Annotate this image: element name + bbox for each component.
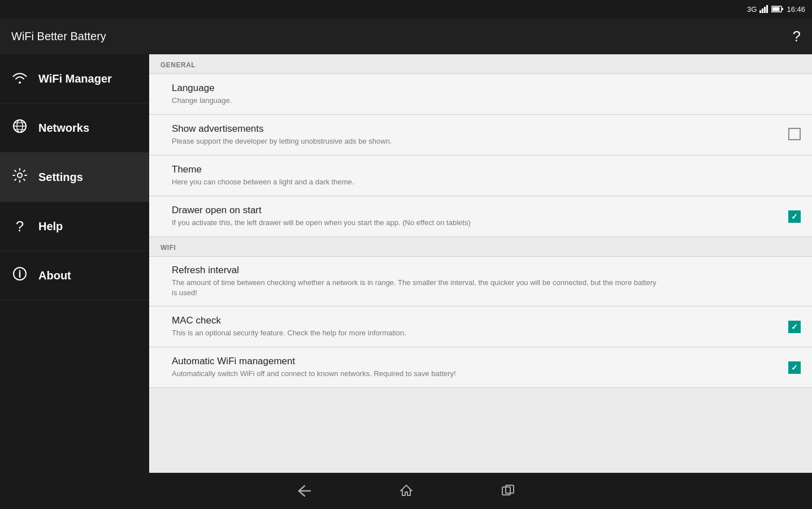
- svg-rect-5: [782, 8, 784, 10]
- settings-item-refresh-interval-text: Refresh interval The amount of time betw…: [172, 265, 801, 298]
- mac-check-checkbox-checked[interactable]: [788, 321, 801, 333]
- sidebar-item-wifi-manager-label: WiFi Manager: [38, 72, 112, 85]
- svg-rect-3: [766, 5, 768, 13]
- sidebar-item-about[interactable]: About: [0, 251, 149, 300]
- signal-bars-icon: [759, 5, 768, 13]
- settings-item-mac-check[interactable]: MAC check This is an optional security f…: [149, 307, 812, 347]
- section-header-general: GENERAL: [149, 54, 812, 74]
- gear-icon: [11, 167, 28, 187]
- settings-item-mac-check-desc: This is an optional security feature. Ch…: [172, 328, 658, 338]
- battery-icon: [771, 6, 784, 12]
- mac-check-checkbox[interactable]: [788, 321, 801, 333]
- show-ads-checkbox[interactable]: [788, 128, 801, 143]
- settings-item-theme-title: Theme: [172, 164, 801, 175]
- recent-apps-button[interactable]: [497, 480, 519, 502]
- settings-item-mac-check-text: MAC check This is an optional security f…: [172, 315, 777, 338]
- settings-item-language-title: Language: [172, 83, 801, 94]
- info-icon: [11, 266, 28, 285]
- svg-rect-1: [762, 8, 763, 13]
- back-button[interactable]: [293, 480, 316, 502]
- app-title: WiFi Better Battery: [11, 30, 106, 43]
- settings-item-language-text: Language Change language.: [172, 83, 801, 106]
- sidebar-item-help[interactable]: ? Help: [0, 202, 149, 251]
- settings-item-theme[interactable]: Theme Here you can choose between a ligh…: [149, 156, 812, 196]
- wifi-icon: [11, 70, 28, 88]
- app-bar: WiFi Better Battery ?: [0, 18, 812, 54]
- sidebar-item-settings[interactable]: Settings: [0, 153, 149, 202]
- settings-item-drawer-open[interactable]: Drawer open on start If you activate thi…: [149, 196, 812, 237]
- sidebar-item-networks-label: Networks: [38, 122, 89, 135]
- main-layout: WiFi Manager Networks Set: [0, 54, 812, 473]
- sidebar-item-networks[interactable]: Networks: [0, 103, 149, 153]
- globe-icon: [11, 118, 28, 138]
- drawer-open-checkbox[interactable]: [788, 210, 801, 223]
- svg-rect-6: [772, 7, 780, 11]
- question-icon: ?: [11, 218, 28, 235]
- settings-item-theme-text: Theme Here you can choose between a ligh…: [172, 164, 801, 187]
- svg-point-15: [19, 270, 21, 271]
- home-button[interactable]: [395, 480, 418, 502]
- svg-point-12: [18, 173, 22, 178]
- sidebar-item-about-label: About: [38, 269, 71, 282]
- status-icons: 3G 16:46: [747, 5, 805, 14]
- auto-wifi-checkbox-checked[interactable]: [788, 361, 801, 374]
- settings-item-auto-wifi[interactable]: Automatic WiFi management Automatically …: [149, 347, 812, 388]
- settings-item-mac-check-title: MAC check: [172, 315, 777, 326]
- settings-item-theme-desc: Here you can choose between a light and …: [172, 177, 658, 187]
- settings-item-drawer-open-title: Drawer open on start: [172, 205, 777, 216]
- section-header-wifi: WIFI: [149, 237, 812, 257]
- bottom-nav: [0, 473, 812, 509]
- settings-item-auto-wifi-text: Automatic WiFi management Automatically …: [172, 356, 777, 379]
- settings-item-show-ads[interactable]: Show advertisements Please support the d…: [149, 115, 812, 156]
- show-ads-checkbox-unchecked[interactable]: [788, 128, 801, 140]
- signal-indicator: 3G: [747, 5, 757, 14]
- sidebar-item-settings-label: Settings: [38, 171, 83, 184]
- settings-item-auto-wifi-title: Automatic WiFi management: [172, 356, 777, 367]
- settings-item-language-desc: Change language.: [172, 96, 658, 106]
- sidebar: WiFi Manager Networks Set: [0, 54, 149, 473]
- settings-item-show-ads-title: Show advertisements: [172, 123, 777, 135]
- clock: 16:46: [787, 5, 805, 14]
- sidebar-item-wifi-manager[interactable]: WiFi Manager: [0, 54, 149, 103]
- settings-item-refresh-interval[interactable]: Refresh interval The amount of time betw…: [149, 257, 812, 307]
- content-area: GENERAL Language Change language. Show a…: [149, 54, 812, 473]
- settings-item-drawer-open-desc: If you activate this, the left drawer wi…: [172, 218, 658, 228]
- auto-wifi-checkbox[interactable]: [788, 361, 801, 374]
- settings-item-auto-wifi-desc: Automatically switch WiFi off and connec…: [172, 369, 658, 379]
- help-button[interactable]: ?: [793, 29, 801, 44]
- settings-item-show-ads-text: Show advertisements Please support the d…: [172, 123, 777, 146]
- settings-item-refresh-interval-title: Refresh interval: [172, 265, 801, 276]
- sidebar-item-help-label: Help: [38, 220, 63, 233]
- settings-item-refresh-interval-desc: The amount of time between checking whet…: [172, 278, 658, 298]
- svg-rect-0: [759, 10, 761, 13]
- drawer-open-checkbox-checked[interactable]: [788, 210, 801, 223]
- settings-item-language[interactable]: Language Change language.: [149, 74, 812, 115]
- svg-rect-2: [764, 7, 766, 13]
- settings-item-show-ads-desc: Please support the developer by letting …: [172, 136, 658, 146]
- settings-item-drawer-open-text: Drawer open on start If you activate thi…: [172, 205, 777, 228]
- status-bar: 3G 16:46: [0, 0, 812, 18]
